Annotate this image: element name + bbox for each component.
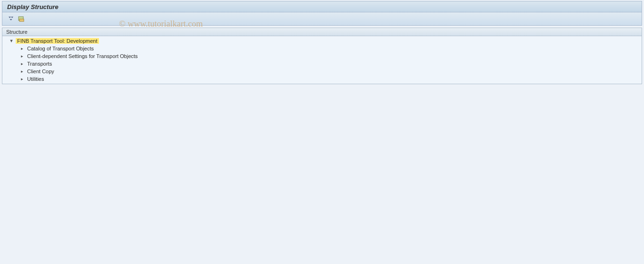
tree-item[interactable]: ▸ Utilities [2, 75, 642, 83]
panel-header-label: Structure [6, 29, 28, 35]
chevron-right-icon[interactable]: ▸ [20, 69, 24, 74]
panel-header: Structure [2, 28, 642, 36]
chevron-right-icon[interactable]: ▸ [20, 61, 24, 66]
title-bar: Display Structure [2, 1, 642, 12]
chevron-down-icon[interactable]: ▼ [9, 39, 14, 43]
page-title: Display Structure [7, 3, 59, 10]
tree-root-label: FINB Transport Tool: Development [16, 38, 99, 44]
content-area [0, 86, 644, 264]
tree-item-label: Client-dependent Settings for Transport … [26, 53, 139, 59]
expand-all-icon[interactable] [7, 15, 15, 23]
chevron-right-icon[interactable]: ▸ [20, 77, 24, 81]
tree-item-label: Transports [26, 61, 53, 67]
toolbar [2, 12, 642, 26]
img-settings-icon[interactable] [18, 15, 25, 23]
tree-item-label: Utilities [26, 76, 45, 82]
tree-container: ▼ FINB Transport Tool: Development ▸ Cat… [2, 36, 642, 84]
tree-item-label: Client Copy [26, 68, 55, 74]
tree-root[interactable]: ▼ FINB Transport Tool: Development [2, 37, 642, 45]
tree-item-label: Catalog of Transport Objects [26, 46, 95, 51]
tree-item[interactable]: ▸ Client Copy [2, 68, 642, 75]
chevron-right-icon[interactable]: ▸ [20, 46, 24, 51]
tree-item[interactable]: ▸ Transports [2, 60, 642, 68]
svg-rect-1 [20, 19, 24, 21]
tree-item[interactable]: ▸ Client-dependent Settings for Transpor… [2, 52, 642, 60]
tree-item[interactable]: ▸ Catalog of Transport Objects [2, 45, 642, 52]
chevron-right-icon[interactable]: ▸ [20, 54, 24, 59]
